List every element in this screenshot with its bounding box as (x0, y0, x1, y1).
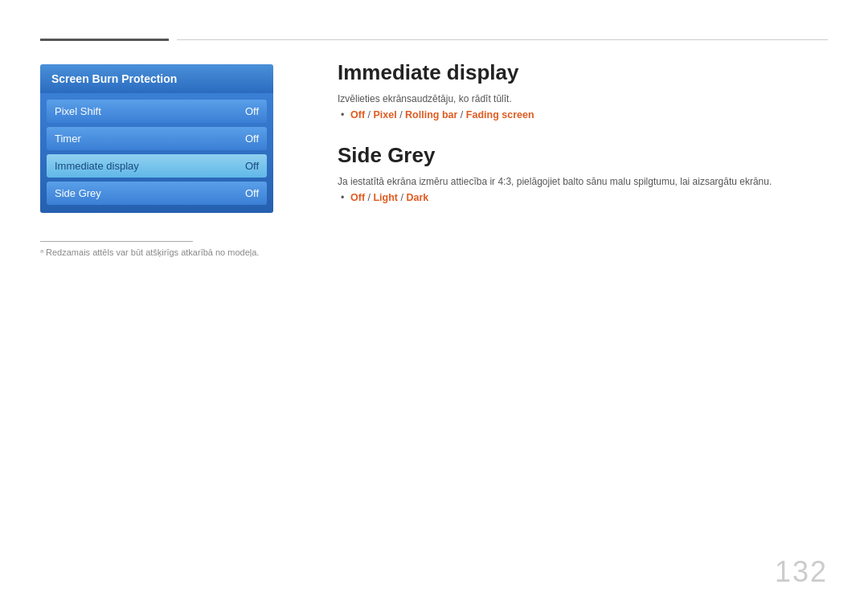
footnote: ᵃ Redzamais attēls var būt atšķirīgs atk… (40, 247, 259, 258)
section2-options: Off / Light / Dark (338, 192, 828, 203)
menu-item-immediate-display-label: Immediate display (55, 160, 139, 172)
menu-item-side-grey-value: Off (245, 187, 259, 199)
top-bar (40, 39, 828, 40)
menu-item-side-grey-label: Side Grey (55, 187, 101, 199)
option-off: Off (350, 109, 365, 121)
menu-item-timer-value: Off (245, 133, 259, 145)
option-fading: Fading screen (466, 109, 534, 121)
section1-option-item: Off / Pixel / Rolling bar / Fading scree… (350, 109, 828, 121)
option-light: Light (373, 192, 398, 203)
menu-item-pixel-shift-label: Pixel Shift (55, 105, 101, 117)
main-content: Immediate display Izvēlieties ekrānsaudz… (338, 60, 828, 206)
separator4: / (365, 192, 373, 203)
separator2: / (397, 109, 405, 121)
sidebar: Screen Burn Protection Pixel Shift Off T… (40, 64, 273, 213)
footnote-line (40, 241, 193, 242)
menu-item-side-grey[interactable]: Side Grey Off (47, 182, 267, 205)
page-number: 132 (775, 555, 828, 589)
separator1: / (365, 109, 373, 121)
menu-item-immediate-display-value: Off (245, 160, 259, 172)
section1-options: Off / Pixel / Rolling bar / Fading scree… (338, 109, 828, 121)
menu-item-timer-label: Timer (55, 133, 81, 145)
top-bar-right (177, 39, 828, 40)
section2-desc: Ja iestatītā ekrāna izmēru attiecība ir … (338, 176, 828, 187)
section2-option-item: Off / Light / Dark (350, 192, 828, 203)
option-dark: Dark (406, 192, 428, 203)
sidebar-body: Pixel Shift Off Timer Off Immediate disp… (40, 93, 273, 213)
menu-item-timer[interactable]: Timer Off (47, 127, 267, 150)
section1-title: Immediate display (338, 60, 828, 85)
section-side-grey: Side Grey Ja iestatītā ekrāna izmēru att… (338, 143, 828, 203)
section1-desc: Izvēlieties ekrānsaudzētāju, ko rādīt tū… (338, 93, 828, 104)
option-pixel: Pixel (373, 109, 396, 121)
separator5: / (398, 192, 406, 203)
top-bar-left (40, 39, 169, 41)
menu-item-pixel-shift-value: Off (245, 105, 259, 117)
option-off-2: Off (350, 192, 365, 203)
section-immediate-display: Immediate display Izvēlieties ekrānsaudz… (338, 60, 828, 121)
option-rolling: Rolling bar (405, 109, 457, 121)
section2-title: Side Grey (338, 143, 828, 168)
sidebar-header: Screen Burn Protection (40, 64, 273, 93)
menu-item-immediate-display[interactable]: Immediate display Off (47, 154, 267, 178)
separator3: / (457, 109, 465, 121)
menu-item-pixel-shift[interactable]: Pixel Shift Off (47, 100, 267, 123)
